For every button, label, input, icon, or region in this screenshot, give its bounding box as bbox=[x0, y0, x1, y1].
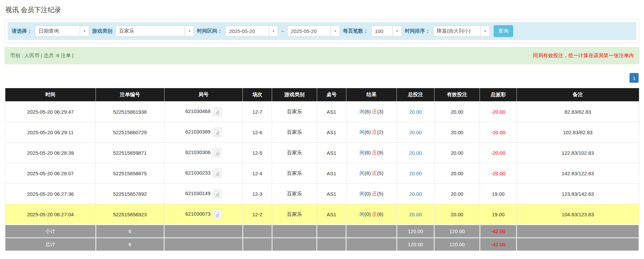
round-number: 621030233 bbox=[185, 170, 211, 176]
date-from-value[interactable]: 2025-05-20 bbox=[226, 26, 269, 36]
total-value-cell bbox=[272, 238, 317, 251]
game-type-cell: 百家乐 bbox=[272, 184, 317, 204]
banker-result: 庄 bbox=[372, 170, 377, 176]
player-points: (0) bbox=[365, 211, 371, 217]
game-type-cell: 百家乐 bbox=[272, 163, 317, 184]
time-cell: 2025-05-20 06:29:47 bbox=[5, 102, 96, 122]
video-replay-button[interactable] bbox=[213, 189, 222, 198]
payout-cell: 19.00 bbox=[480, 204, 517, 225]
video-replay-button[interactable] bbox=[213, 169, 222, 178]
time-sort-value[interactable]: 降冪(由大到小) bbox=[433, 26, 481, 36]
page-number-button[interactable]: 1 bbox=[630, 73, 639, 83]
video-replay-button[interactable] bbox=[213, 148, 222, 157]
video-replay-button[interactable] bbox=[213, 210, 222, 219]
game-type-select[interactable]: 百家乐 ▾ bbox=[115, 26, 194, 37]
session-cell: 12-6 bbox=[243, 122, 272, 143]
total-bet-cell: 20.00 bbox=[397, 102, 434, 122]
total-value-cell bbox=[164, 225, 243, 238]
time-cell: 2025-05-20 06:27:04 bbox=[5, 204, 96, 225]
table-row: 2025-05-20 06:28:39522515859871621030306… bbox=[5, 143, 639, 163]
bet-records-table: 时间 注单编号 局号 场次 游戏类别 桌号 结果 总投注 有效投注 总派彩 备注… bbox=[5, 88, 639, 251]
bet-id-cell: 522515856923 bbox=[96, 204, 164, 225]
chevron-down-icon[interactable]: ▾ bbox=[269, 26, 278, 36]
round-number: 621030389 bbox=[185, 129, 211, 135]
search-button[interactable]: 查询 bbox=[494, 25, 513, 37]
chevron-down-icon[interactable]: ▾ bbox=[185, 26, 194, 36]
valid-bet-cell: 20.00 bbox=[434, 204, 480, 225]
total-value-cell bbox=[243, 225, 272, 238]
player-result: 闲 bbox=[359, 109, 365, 114]
chevron-down-icon[interactable]: ▾ bbox=[331, 26, 340, 36]
time-cell: 2025-05-20 06:28:07 bbox=[5, 163, 96, 184]
total-bet-link[interactable]: 20.00 bbox=[409, 212, 422, 217]
total-value-cell: 120.00 bbox=[397, 225, 434, 238]
query-type-label: 请选择： bbox=[12, 28, 32, 34]
player-points: (0) bbox=[365, 191, 371, 196]
round-number: 621030149 bbox=[185, 190, 211, 196]
total-value-cell: -42.00 bbox=[480, 238, 517, 251]
header-valid-bet: 有效投注 bbox=[434, 88, 480, 102]
total-bet-link[interactable]: 20.00 bbox=[409, 171, 422, 176]
total-label-cell: 小计 bbox=[5, 225, 96, 238]
page-size-label: 每页笔数： bbox=[343, 28, 368, 34]
total-value-cell: 120.00 bbox=[434, 238, 480, 251]
payout-cell: -20.00 bbox=[480, 143, 517, 163]
table-no-cell: AS1 bbox=[317, 102, 346, 122]
round-cell: 621030468 bbox=[164, 102, 243, 122]
query-type-select[interactable]: 日期查询 ▾ bbox=[35, 26, 89, 37]
total-bet-link[interactable]: 20.00 bbox=[409, 191, 422, 197]
chevron-down-icon[interactable]: ▾ bbox=[392, 26, 402, 36]
banker-result: 庄 bbox=[372, 211, 377, 217]
total-value-cell: 120.00 bbox=[397, 238, 434, 251]
video-replay-button[interactable] bbox=[213, 107, 222, 116]
game-type-cell: 百家乐 bbox=[272, 122, 317, 143]
total-value-cell bbox=[346, 225, 397, 238]
time-sort-label: 时间排序： bbox=[405, 28, 430, 34]
banker-result: 庄 bbox=[372, 129, 377, 135]
round-number: 621030468 bbox=[185, 108, 211, 114]
video-film-icon bbox=[215, 109, 220, 115]
date-to-select[interactable]: 2025-05-20 ▾ bbox=[287, 26, 340, 37]
chevron-down-icon[interactable]: ▾ bbox=[80, 26, 89, 36]
round-cell: 621030389 bbox=[164, 122, 243, 143]
banker-points: (3) bbox=[377, 109, 383, 114]
total-value-cell bbox=[243, 238, 272, 251]
result-cell: 闲(6) 庄(3) bbox=[346, 102, 397, 122]
currency-total-text: 币别 : 人民币 | 总共 :6 注单 | bbox=[10, 52, 74, 59]
player-result: 闲 bbox=[359, 129, 365, 135]
page-size-select[interactable]: 100 ▾ bbox=[371, 26, 402, 37]
time-sort-select[interactable]: 降冪(由大到小) ▾ bbox=[433, 26, 490, 37]
page-title: 视讯 会员下注纪录 bbox=[5, 5, 639, 14]
remark-cell: 142.83/122.83 bbox=[517, 163, 639, 184]
table-no-cell: AS1 bbox=[317, 143, 346, 163]
game-type-value[interactable]: 百家乐 bbox=[116, 26, 185, 36]
banker-points: (9) bbox=[377, 150, 383, 155]
valid-bet-cell: 20.00 bbox=[434, 184, 480, 204]
date-from-select[interactable]: 2025-05-20 ▾ bbox=[225, 26, 278, 37]
player-points: (8) bbox=[365, 170, 371, 176]
query-type-value[interactable]: 日期查询 bbox=[35, 26, 80, 36]
header-result: 结果 bbox=[346, 88, 397, 102]
video-replay-button[interactable] bbox=[213, 127, 222, 137]
header-bet-id: 注单编号 bbox=[96, 88, 164, 102]
game-type-cell: 百家乐 bbox=[272, 204, 317, 225]
result-cell: 闲(6) 庄(2) bbox=[346, 122, 397, 143]
total-bet-link[interactable]: 20.00 bbox=[409, 109, 422, 115]
page: 视讯 会员下注纪录 请选择： 日期查询 ▾ 游戏类别 百家乐 ▾ 时间区间： 2… bbox=[0, 0, 644, 259]
page-size-value[interactable]: 100 bbox=[372, 26, 392, 36]
session-cell: 12-7 bbox=[243, 102, 272, 122]
player-result: 闲 bbox=[359, 211, 365, 217]
total-bet-link[interactable]: 20.00 bbox=[409, 150, 422, 156]
filter-panel: 请选择： 日期查询 ▾ 游戏类别 百家乐 ▾ 时间区间： 2025-05-20 … bbox=[5, 19, 639, 43]
chevron-down-icon[interactable]: ▾ bbox=[481, 26, 490, 36]
video-film-icon bbox=[215, 191, 220, 197]
remark-cell: 104.83/123.83 bbox=[517, 204, 639, 225]
total-bet-cell: 20.00 bbox=[397, 122, 434, 143]
total-value-cell: 6 bbox=[96, 238, 164, 251]
date-to-value[interactable]: 2025-05-20 bbox=[288, 26, 331, 36]
total-bet-link[interactable]: 20.00 bbox=[409, 130, 422, 135]
banker-points: (5) bbox=[377, 191, 383, 196]
result-cell: 闲(8) 庄(9) bbox=[346, 143, 397, 163]
table-row: 2025-05-20 06:27:36522515857892621030149… bbox=[5, 184, 639, 204]
table-row: 2025-05-20 06:28:07522515858875621030233… bbox=[5, 163, 639, 184]
